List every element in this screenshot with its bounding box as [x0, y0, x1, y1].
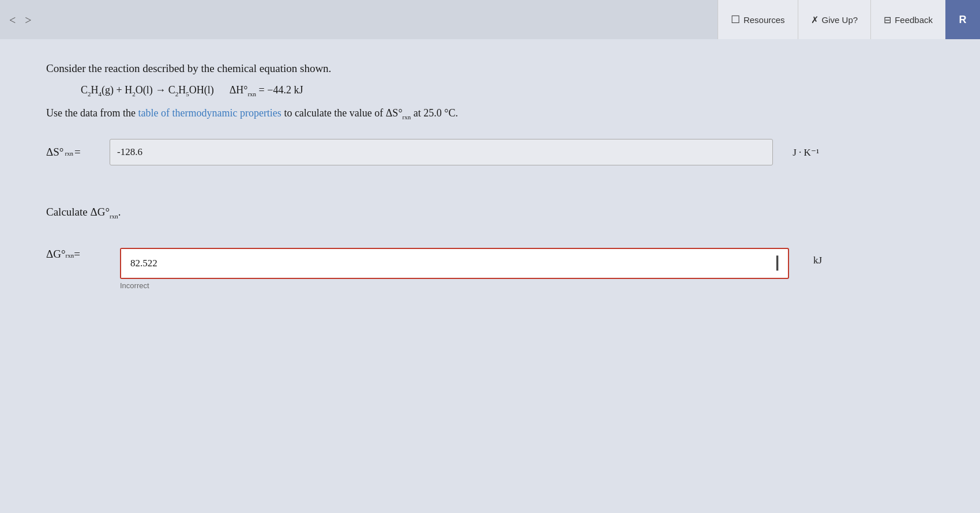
use-data-prefix: Use the data from the — [46, 107, 138, 119]
delta-g-inner: 82.522 ┃ — [121, 249, 788, 278]
question-intro: Consider the reaction described by the c… — [46, 62, 945, 75]
resources-button[interactable]: ☐ Resources — [718, 0, 798, 39]
calculate-delta-g-label: Calculate ΔG°rxn. — [46, 206, 945, 220]
delta-g-input-wrapper: 82.522 ┃ — [120, 248, 789, 279]
use-data-text: Use the data from the table of thermodyn… — [46, 105, 945, 122]
equation-text: C2H4(g) + H2O(l) → C2H5OH(l) ΔH°rxn = −4… — [81, 84, 303, 97]
r-label: R — [959, 14, 967, 25]
delta-s-input[interactable]: -128.6 — [110, 139, 773, 165]
delta-s-unit: J · K⁻¹ — [793, 146, 819, 158]
delta-s-label: ΔS°rxn = — [46, 146, 110, 159]
use-data-suffix: to calculate the value of ΔS°rxn at 25.0… — [281, 107, 458, 119]
feedback-icon: ⊟ — [884, 14, 891, 25]
giveup-icon: ✗ — [811, 14, 818, 25]
top-bar: < > ☐ Resources ✗ Give Up? ⊟ Feedback R — [0, 0, 980, 39]
delta-s-row: ΔS°rxn = -128.6 J · K⁻¹ — [46, 139, 945, 165]
cursor-indicator: ┃ — [774, 256, 788, 271]
feedback-button[interactable]: ⊟ Feedback — [870, 0, 945, 39]
delta-g-label: ΔG°rxn = — [46, 248, 115, 261]
main-content: Consider the reaction described by the c… — [0, 39, 980, 513]
back-arrow[interactable]: < — [6, 12, 19, 29]
delta-g-input[interactable]: 82.522 — [121, 249, 774, 278]
incorrect-label: Incorrect — [120, 281, 798, 290]
forward-arrow[interactable]: > — [21, 12, 35, 29]
nav-arrows: < > — [6, 12, 35, 29]
r-button[interactable]: R — [945, 0, 980, 39]
giveup-label: Give Up? — [822, 15, 858, 25]
resources-icon: ☐ — [731, 13, 740, 26]
equation-line: C2H4(g) + H2O(l) → C2H5OH(l) ΔH°rxn = −4… — [81, 84, 945, 97]
feedback-label: Feedback — [895, 15, 933, 25]
giveup-button[interactable]: ✗ Give Up? — [798, 0, 871, 39]
delta-g-answer-row: ΔG°rxn = 82.522 ┃ Incorrect kJ — [46, 248, 945, 290]
table-link[interactable]: table of thermodynamic properties — [138, 107, 281, 119]
resources-label: Resources — [744, 15, 785, 25]
delta-g-unit: kJ — [813, 255, 822, 266]
